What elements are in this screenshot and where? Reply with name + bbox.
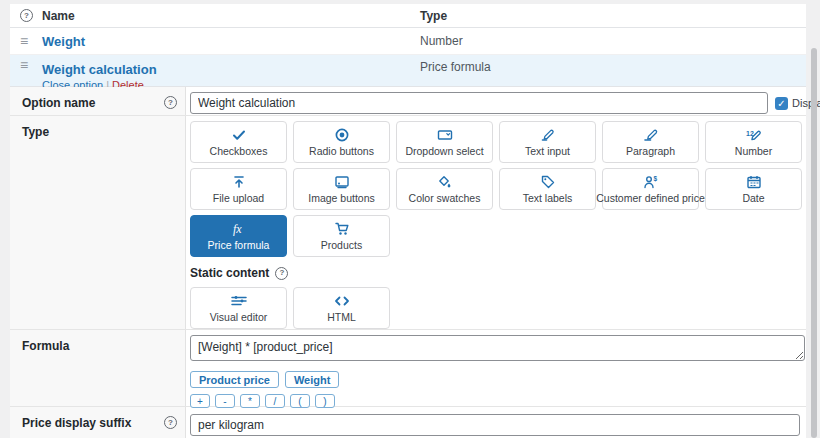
column-header-name: Name	[34, 9, 420, 23]
options-panel: ? Name Type ≡ Weight Number ≡ Weight cal…	[10, 4, 806, 438]
price-display-suffix-label: Price display suffix	[22, 416, 135, 430]
help-icon[interactable]: ?	[164, 416, 177, 429]
static-content-tile-grid: Visual editor HTML	[190, 287, 810, 329]
drag-handle-icon[interactable]: ≡	[20, 36, 28, 46]
type-tile-grid: Checkboxes Radio buttons Dropdown select	[190, 121, 810, 210]
type-tile-visual-editor[interactable]: Visual editor	[190, 287, 287, 329]
type-tile-products[interactable]: Products	[293, 215, 390, 257]
operator-minus-button[interactable]: -	[215, 394, 235, 408]
column-header-type: Type	[420, 9, 806, 23]
vertical-scrollbar[interactable]	[810, 0, 818, 438]
dropdown-select-icon	[437, 127, 453, 143]
type-tile-number[interactable]: 12 Number	[705, 121, 802, 163]
option-row-weight[interactable]: ≡ Weight Number	[10, 28, 806, 55]
visual-editor-icon	[230, 293, 248, 309]
type-tile-dropdown-select[interactable]: Dropdown select	[396, 121, 493, 163]
svg-text:$: $	[653, 175, 657, 183]
html-code-icon	[333, 293, 351, 309]
date-icon	[746, 174, 762, 190]
scrollbar-thumb[interactable]	[811, 48, 817, 438]
static-content-header: Static content ?	[190, 266, 810, 280]
option-type-weight-calculation: Price formula	[420, 60, 806, 74]
formula-operator-buttons: + - * / ( )	[190, 394, 806, 408]
type-tile-image-buttons[interactable]: Image buttons	[293, 168, 390, 210]
option-link-weight-calculation[interactable]: Weight calculation	[42, 62, 157, 77]
option-name-row: Option name ? ✓ Display	[10, 87, 806, 116]
type-label: Type	[22, 125, 53, 139]
operator-open-paren-button[interactable]: (	[290, 394, 310, 408]
type-tile-color-swatches[interactable]: Color swatches	[396, 168, 493, 210]
products-cart-icon	[334, 221, 350, 237]
text-labels-icon	[540, 174, 556, 190]
svg-text:fx: fx	[233, 222, 242, 236]
type-tile-text-labels[interactable]: Text labels	[499, 168, 596, 210]
type-tile-radio-buttons[interactable]: Radio buttons	[293, 121, 390, 163]
type-tile-html[interactable]: HTML	[293, 287, 390, 329]
formula-textarea[interactable]: [Weight] * [product_price]	[190, 335, 805, 361]
help-icon[interactable]: ?	[164, 96, 177, 109]
paragraph-icon	[643, 127, 659, 143]
operator-divide-button[interactable]: /	[265, 394, 285, 408]
option-row-weight-calculation[interactable]: ≡ Weight calculation Close option|Delete…	[10, 55, 806, 87]
type-tile-checkboxes[interactable]: Checkboxes	[190, 121, 287, 163]
help-icon[interactable]: ?	[275, 267, 288, 280]
image-buttons-icon	[334, 174, 350, 190]
type-tile-grid-row3: fx Price formula Products	[190, 215, 810, 257]
price-display-suffix-input[interactable]	[190, 414, 800, 436]
checkboxes-icon	[231, 127, 247, 143]
operator-close-paren-button[interactable]: )	[315, 394, 335, 408]
formula-row: Formula [Weight] * [product_price] Produ…	[10, 330, 806, 407]
price-display-suffix-row: Price display suffix ?	[10, 407, 806, 438]
type-tile-file-upload[interactable]: File upload	[190, 168, 287, 210]
option-name-input[interactable]	[190, 92, 768, 114]
type-row: Type Checkboxes Radio buttons	[10, 116, 806, 330]
options-table-header: ? Name Type	[10, 4, 806, 28]
operator-plus-button[interactable]: +	[190, 394, 210, 408]
product-price-variable-button[interactable]: Product price	[190, 371, 279, 388]
static-content-label: Static content	[190, 266, 269, 280]
customer-defined-price-icon: $	[642, 174, 660, 190]
price-formula-icon: fx	[230, 221, 248, 237]
options-editor-page: ? Name Type ≡ Weight Number ≡ Weight cal…	[0, 0, 820, 438]
formula-label: Formula	[22, 339, 73, 353]
color-swatches-icon	[437, 174, 453, 190]
weight-variable-button[interactable]: Weight	[285, 371, 339, 388]
option-name-label: Option name	[22, 96, 99, 110]
option-link-weight[interactable]: Weight	[42, 34, 85, 49]
type-tile-text-input[interactable]: Text input	[499, 121, 596, 163]
drag-handle-icon[interactable]: ≡	[20, 60, 28, 70]
type-tile-customer-defined-price[interactable]: $ Customer defined price	[602, 168, 699, 210]
type-tile-date[interactable]: Date	[705, 168, 802, 210]
text-input-icon	[540, 127, 556, 143]
display-checkbox[interactable]: ✓	[775, 97, 788, 110]
help-icon[interactable]: ?	[20, 9, 33, 22]
operator-multiply-button[interactable]: *	[240, 394, 260, 408]
number-icon: 12	[745, 127, 763, 143]
radio-buttons-icon	[334, 127, 350, 143]
option-type-weight: Number	[420, 34, 806, 48]
type-tile-paragraph[interactable]: Paragraph	[602, 121, 699, 163]
file-upload-icon	[231, 174, 247, 190]
formula-variable-buttons: Product price Weight	[190, 371, 806, 388]
type-tile-price-formula[interactable]: fx Price formula	[190, 215, 287, 257]
